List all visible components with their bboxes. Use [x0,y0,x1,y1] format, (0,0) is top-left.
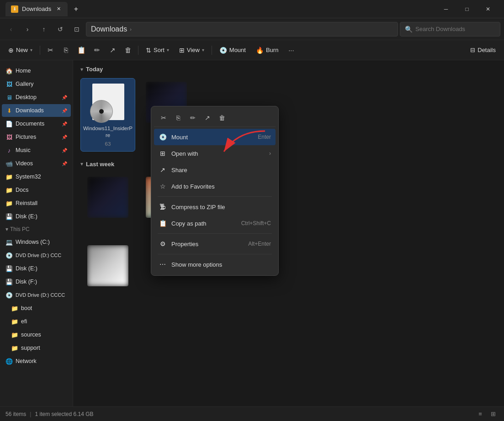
ctx-properties-shortcut: Alt+Enter [248,241,271,247]
home-icon: 🏠 [5,67,13,74]
sidebar-item-network[interactable]: 🌐 Network [2,355,71,368]
sidebar-item-boot[interactable]: 📁 boot [2,302,71,315]
mount-button[interactable]: 💿 Mount [215,43,250,58]
sidebar-item-gallery[interactable]: 🖼 Gallery [2,78,71,90]
sidebar-item-docs[interactable]: 📁 Docs [2,184,71,196]
view-icon: ⊞ [179,47,185,54]
new-dropdown-icon: ▾ [30,47,32,53]
ctx-copy-button[interactable]: ⎘ [171,111,185,125]
forward-button[interactable]: › [20,22,35,37]
system32-icon: 📁 [5,173,13,180]
sidebar-item-reinstall[interactable]: 📁 Reinstall [2,197,71,210]
ctx-properties-icon: ⚙ [159,240,167,248]
delete-button[interactable]: 🗑 [121,43,135,58]
ctx-more-options-icon: ⋯ [159,260,167,268]
view-button[interactable]: ⊞ View ▾ [175,43,209,58]
paste-button[interactable]: 📋 [74,43,89,58]
ctx-compress-item[interactable]: 🗜 Compress to ZIP file [154,199,276,215]
sidebar-item-dvd-d[interactable]: 💿 DVD Drive (D:) CCC [2,249,71,262]
sidebar-item-efi[interactable]: 📁 efi [2,315,71,328]
status-bar: 56 items | 1 item selected 6.14 GB ≡ ⊞ [0,406,504,421]
sidebar-item-sources[interactable]: 📁 sources [2,328,71,341]
address-icon-btn[interactable]: ⊡ [69,22,84,37]
new-icon: ⊕ [8,47,14,54]
new-button[interactable]: ⊕ New ▾ [4,43,37,58]
status-item-count: 56 items [5,411,26,417]
iso-file-size: 63 [105,141,111,147]
address-field[interactable]: Downloads › [86,22,398,37]
ctx-delete-button[interactable]: 🗑 [215,111,229,125]
rename-button[interactable]: ✏ [90,43,104,58]
blurred-file-b-1[interactable] [80,242,135,292]
search-box[interactable]: 🔍 [400,22,500,37]
address-breadcrumb: Downloads [91,25,127,33]
ctx-copy-path-item[interactable]: 📋 Copy as path Ctrl+Shift+C [154,215,276,232]
details-button[interactable]: ⊟ Details [466,43,500,58]
this-pc-header[interactable]: ▾ This PC [2,224,71,235]
downloads-tab[interactable]: ⬇ Downloads ✕ [5,2,68,16]
gallery-icon: 🖼 [5,80,13,88]
sidebar-item-desktop[interactable]: 🖥 Desktop 📌 [2,91,71,104]
more-button[interactable]: ··· [284,43,298,58]
ctx-rename-button[interactable]: ✏ [186,111,200,125]
sidebar-item-system32[interactable]: 📁 System32 [2,170,71,183]
ctx-favorites-item[interactable]: ☆ Add to Favorites [154,178,276,195]
sidebar-item-disk-e[interactable]: 💾 Disk (E:) [2,210,71,223]
up-button[interactable]: ↑ [37,22,51,37]
new-tab-button[interactable]: + [69,3,82,16]
disk-e2-icon: 💾 [5,265,13,272]
sidebar-item-support[interactable]: 📁 support [2,342,71,354]
refresh-button[interactable]: ↺ [53,22,68,37]
ctx-open-with-item[interactable]: ⊞ Open with › [154,145,276,162]
support-icon: 📁 [11,344,18,352]
last-week-section-header[interactable]: ▾ Last week [80,161,497,168]
ctx-compress-icon: 🗜 [159,203,167,211]
sidebar-item-documents[interactable]: 📄 Documents 📌 [2,117,71,130]
burn-label: Burn [266,47,278,53]
burn-button[interactable]: 🔥 Burn [251,43,283,58]
today-chevron: ▾ [80,66,83,73]
ctx-properties-item[interactable]: ⚙ Properties Alt+Enter [154,236,276,252]
grid-view-toggle[interactable]: ⊞ [488,409,499,420]
sort-dropdown-icon: ▾ [167,47,169,53]
iso-disc [90,100,113,123]
blurred-file-lw-1[interactable] [80,173,135,223]
address-chevron: › [130,26,132,32]
search-input[interactable] [415,26,495,32]
tab-close-button[interactable]: ✕ [55,5,62,13]
last-week-label: Last week [86,161,114,168]
sort-button[interactable]: ⇅ Sort ▾ [141,43,174,58]
sidebar-item-windows-c[interactable]: 💻 Windows (C:) [2,236,71,248]
sidebar-item-disk-e2[interactable]: 💾 Disk (E:) [2,262,71,275]
window-controls: ─ □ ✕ [435,2,499,16]
share-button[interactable]: ↗ [105,43,120,58]
copy-button[interactable]: ⎘ [58,43,73,58]
ctx-share-item[interactable]: ↗ Share [154,162,276,178]
list-view-toggle[interactable]: ≡ [475,409,486,420]
ctx-more-options-item[interactable]: ⋯ Show more options [154,256,276,273]
documents-icon: 📄 [5,120,13,127]
iso-file-item[interactable]: Windows11_InsiderPre 63 [80,78,135,152]
ctx-share-button[interactable]: ↗ [201,111,214,125]
close-button[interactable]: ✕ [477,2,499,16]
minimize-button[interactable]: ─ [435,2,456,16]
blurred-thumb-b-1 [87,245,128,286]
sidebar-item-music[interactable]: ♪ Music 📌 [2,144,71,157]
mount-label: Mount [229,47,246,53]
ctx-mount-item[interactable]: 💿 Mount Enter [154,129,276,145]
efi-icon: 📁 [11,318,18,325]
today-section-header[interactable]: ▾ Today [80,66,497,73]
sidebar-item-pictures[interactable]: 🖼 Pictures 📌 [2,131,71,143]
sidebar-item-desktop-label: Desktop [16,94,37,100]
sidebar-item-home[interactable]: 🏠 Home [2,64,71,77]
blurred-thumb-lw-1 [87,177,128,218]
cut-button[interactable]: ✂ [43,43,58,58]
restore-button[interactable]: □ [456,2,477,16]
sidebar-item-dvd-d-cccc[interactable]: 💿 DVD Drive (D:) CCCC [2,289,71,301]
ctx-cut-button[interactable]: ✂ [157,111,170,125]
sidebar-item-disk-f[interactable]: 💾 Disk (F:) [2,275,71,288]
sidebar-item-videos[interactable]: 📹 Videos 📌 [2,157,71,170]
sidebar-item-downloads[interactable]: ⬇ Downloads 📌 [2,104,71,117]
back-button[interactable]: ‹ [4,22,18,37]
ctx-favorites-label: Add to Favorites [171,183,215,190]
